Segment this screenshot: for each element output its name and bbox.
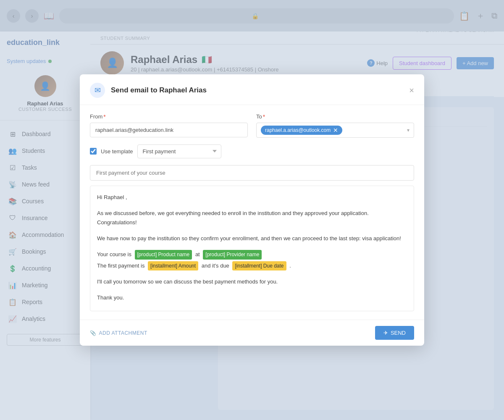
email-tag-remove-button[interactable]: ✕ [333,127,338,134]
add-attachment-button[interactable]: 📎 ADD ATTACHMENT [90,330,147,336]
to-dropdown-arrow: ▾ [407,127,410,133]
to-label: To * [256,113,414,120]
modal-close-button[interactable]: × [409,86,414,94]
from-to-row: From * To * raphael.a.arias@outlook.com … [90,113,414,138]
use-template-checkbox[interactable] [90,148,97,155]
provider-name-tag: [product] Provider name [203,250,262,259]
product-name-tag: [product] Product name [135,250,192,259]
send-button[interactable]: ✈ SEND [375,326,414,340]
modal-footer: 📎 ADD ATTACHMENT ✈ SEND [80,320,424,346]
modal-overlay: ✉ Send email to Raphael Arias × From * T… [0,0,504,420]
attachment-icon: 📎 [90,330,97,336]
send-icon: ✈ [383,330,388,336]
email-body[interactable]: Hi Raphael , As we discussed before, we … [90,186,414,311]
email-para4: I'll call you tomorrow so we can discuss… [97,277,407,286]
to-email-tag[interactable]: raphael.a.arias@outlook.com ✕ [261,126,342,135]
to-group: To * raphael.a.arias@outlook.com ✕ ▾ [256,113,414,138]
from-label: From * [90,113,248,120]
modal-header: ✉ Send email to Raphael Arias × [80,74,424,105]
email-modal-icon: ✉ [90,83,105,98]
email-course-line: Your course is [product] Product name at… [97,250,407,259]
send-email-modal: ✉ Send email to Raphael Arias × From * T… [80,74,424,346]
required-indicator: * [103,113,105,120]
email-greeting: Hi Raphael , [97,193,407,202]
subject-input[interactable] [90,165,414,181]
modal-body: From * To * raphael.a.arias@outlook.com … [80,105,424,320]
to-email-value: raphael.a.arias@outlook.com [265,127,331,133]
installment-due-tag: [installment] Due date [232,261,286,270]
from-input[interactable] [90,123,248,137]
to-container[interactable]: raphael.a.arias@outlook.com ✕ ▾ [256,123,414,138]
use-template-label: Use template [101,148,133,155]
required-indicator: * [263,113,265,120]
envelope-icon: ✉ [94,86,101,95]
template-select[interactable]: First payment Second payment Welcome Fol… [137,144,221,158]
modal-title: Send email to Raphael Arias [111,86,403,94]
installment-amount-tag: [installment] Amount [148,261,198,270]
email-para2: We have now to pay the institution so th… [97,234,407,243]
email-payment-line: The first payment is [installment] Amoun… [97,261,407,270]
from-group: From * [90,113,248,138]
email-para1: As we discussed before, we got everythin… [97,209,407,227]
email-closing: Thank you. [97,293,407,302]
use-template-row: Use template First payment Second paymen… [90,144,414,158]
